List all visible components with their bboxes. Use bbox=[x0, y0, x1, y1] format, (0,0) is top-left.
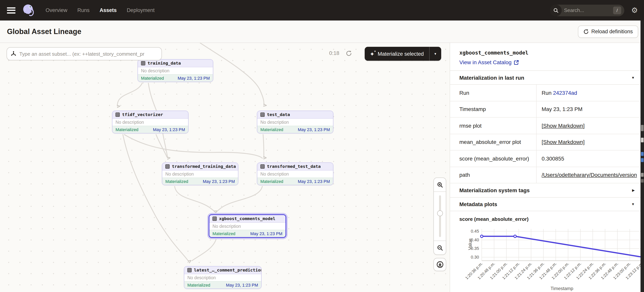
asset-description: No description bbox=[257, 119, 333, 126]
asset-node-training-data[interactable]: training_data No description Materialize… bbox=[138, 59, 213, 82]
svg-text:Timestamp: Timestamp bbox=[550, 286, 573, 291]
refresh-timer: 0:18 bbox=[329, 50, 340, 56]
section-materialization-last-run[interactable]: Materialization in last run ▼ bbox=[450, 71, 644, 85]
search-icon bbox=[550, 5, 562, 16]
nav-item-assets[interactable]: Assets bbox=[100, 7, 117, 13]
table-icon bbox=[187, 268, 192, 272]
materialize-selected-button[interactable]: ✦ Materialize selected ▼ bbox=[365, 47, 441, 61]
asset-description: No description bbox=[257, 171, 333, 177]
row-label: path bbox=[450, 167, 536, 183]
table-row: score (mean_absolute_error) 0.300855 bbox=[450, 150, 644, 167]
asset-name: transformed_test_data bbox=[267, 164, 321, 169]
settings-gear-icon[interactable]: ⚙ bbox=[631, 7, 638, 14]
show-markdown-link[interactable]: [Show Markdown] bbox=[542, 123, 585, 129]
refresh-icon[interactable] bbox=[346, 50, 352, 57]
table-icon bbox=[141, 61, 145, 65]
asset-status: Materialized bbox=[165, 179, 188, 184]
asset-graph-icon bbox=[11, 51, 16, 57]
nav-item-deployment[interactable]: Deployment bbox=[127, 7, 154, 13]
table-row: mean_absolute_error plot [Show Markdown] bbox=[450, 134, 644, 150]
nav-item-overview[interactable]: Overview bbox=[46, 7, 68, 13]
zoom-controls bbox=[434, 177, 446, 255]
row-value: [Show Markdown] bbox=[536, 134, 644, 150]
sparkle-icon: ✦ bbox=[370, 51, 374, 57]
page-title: Global Asset Lineage bbox=[7, 27, 81, 36]
asset-node-transformed-training-data[interactable]: transformed_training_data No description… bbox=[162, 162, 238, 185]
row-value: May 23, 1:23 PM bbox=[536, 101, 644, 117]
asset-description: No description bbox=[162, 171, 238, 177]
dagster-logo[interactable] bbox=[22, 3, 35, 17]
metadata-plot-title: score (mean_absolute_error) bbox=[450, 211, 644, 222]
asset-description: No description bbox=[112, 119, 188, 126]
asset-graph-canvas[interactable]: training_data No description Materialize… bbox=[0, 43, 450, 292]
table-row: path /Users/odetteharary/Documents/versi… bbox=[450, 167, 644, 183]
reload-label: Reload definitions bbox=[591, 29, 633, 35]
zoom-in-button[interactable] bbox=[434, 178, 446, 192]
materialization-metadata-table: Run Run 242374ad Timestamp May 23, 1:23 … bbox=[450, 85, 644, 183]
reload-definitions-button[interactable]: Reload definitions bbox=[578, 25, 638, 38]
asset-timestamp: May 23, 1:23 PM bbox=[298, 127, 330, 132]
chevron-right-icon: ▶ bbox=[632, 188, 635, 192]
row-label: Run bbox=[450, 85, 536, 101]
asset-node-test-data[interactable]: test_data No description MaterializedMay… bbox=[257, 111, 334, 133]
row-value: Run 242374ad bbox=[536, 85, 644, 101]
table-icon bbox=[260, 113, 265, 117]
hamburger-menu-icon[interactable] bbox=[7, 7, 16, 13]
zoom-slider[interactable] bbox=[434, 192, 446, 240]
asset-name: test_data bbox=[267, 112, 290, 117]
materialize-dropdown-caret[interactable]: ▼ bbox=[430, 52, 441, 56]
view-in-asset-catalog-link[interactable]: View in Asset Catalog bbox=[459, 59, 635, 65]
asset-details-panel: xgboost_comments_model View in Asset Cat… bbox=[450, 43, 644, 292]
download-image-button[interactable] bbox=[434, 258, 446, 271]
asset-node-xgboost-comments-model[interactable]: xgboost_comments_model No description Ma… bbox=[208, 214, 286, 238]
table-row: Run Run 242374ad bbox=[450, 85, 644, 101]
asset-subset-input[interactable] bbox=[19, 51, 158, 57]
nav-menu: Overview Runs Assets Deployment bbox=[46, 7, 154, 13]
table-icon bbox=[260, 164, 265, 169]
table-icon bbox=[212, 217, 217, 221]
asset-timestamp: May 23, 1:23 PM bbox=[226, 283, 258, 287]
chevron-down-icon: ▼ bbox=[631, 76, 635, 80]
panel-header: xgboost_comments_model View in Asset Cat… bbox=[450, 43, 644, 71]
reload-icon bbox=[583, 29, 588, 34]
search-input[interactable] bbox=[564, 7, 606, 13]
svg-text:0.45: 0.45 bbox=[471, 229, 479, 234]
asset-status: Materialized bbox=[187, 283, 210, 287]
asset-name: transformed_training_data bbox=[172, 164, 236, 169]
row-value: [Show Markdown] bbox=[536, 118, 644, 134]
show-markdown-link[interactable]: [Show Markdown] bbox=[542, 139, 585, 145]
top-nav: Overview Runs Assets Deployment / ⚙ bbox=[0, 0, 644, 21]
zoom-out-button[interactable] bbox=[434, 240, 446, 254]
zoom-slider-track[interactable] bbox=[439, 195, 441, 237]
asset-status: Materialized bbox=[116, 127, 138, 132]
external-link-icon bbox=[514, 60, 519, 65]
asset-name: xgboost_comments_model bbox=[219, 216, 275, 221]
nav-item-runs[interactable]: Runs bbox=[78, 7, 90, 13]
asset-status: Materialized bbox=[260, 179, 283, 184]
asset-node-tfidf-vectorizer[interactable]: tfidf_vectorizer No description Material… bbox=[112, 111, 188, 133]
section-materialization-system-tags[interactable]: Materialization system tags ▶ bbox=[450, 183, 644, 198]
search-shortcut-badge: / bbox=[613, 7, 621, 14]
svg-text:0.30: 0.30 bbox=[471, 255, 479, 259]
asset-timestamp: May 23, 1:23 PM bbox=[250, 231, 282, 236]
row-label: score (mean_absolute_error) bbox=[450, 150, 536, 166]
asset-status: Materialized bbox=[212, 231, 236, 236]
asset-filter-bar[interactable] bbox=[6, 47, 162, 60]
section-label: Materialization in last run bbox=[459, 75, 524, 81]
asset-description: No description bbox=[138, 67, 213, 74]
asset-timestamp: May 23, 1:23 PM bbox=[178, 76, 210, 81]
asset-node-transformed-test-data[interactable]: transformed_test_data No description Mat… bbox=[257, 162, 334, 185]
path-link[interactable]: /Users/odetteharary/Documents/version bbox=[542, 172, 637, 178]
asset-timestamp: May 23, 1:23 PM bbox=[153, 127, 185, 132]
table-icon bbox=[165, 164, 170, 169]
asset-node-latest-comment-predictions[interactable]: latest_…_comment_predictions No descript… bbox=[184, 266, 262, 289]
section-label: Materialization system tags bbox=[459, 187, 530, 193]
zoom-slider-handle[interactable] bbox=[437, 210, 443, 216]
asset-description: No description bbox=[210, 223, 286, 230]
section-metadata-plots[interactable]: Metadata plots ▼ bbox=[450, 198, 644, 211]
search-box[interactable]: / bbox=[550, 5, 624, 16]
run-id-link[interactable]: 242374ad bbox=[553, 90, 577, 96]
table-row: rmse plot [Show Markdown] bbox=[450, 118, 644, 134]
row-label: mean_absolute_error plot bbox=[450, 134, 536, 150]
dagster-app: Overview Runs Assets Deployment / ⚙ Glob… bbox=[0, 0, 644, 292]
